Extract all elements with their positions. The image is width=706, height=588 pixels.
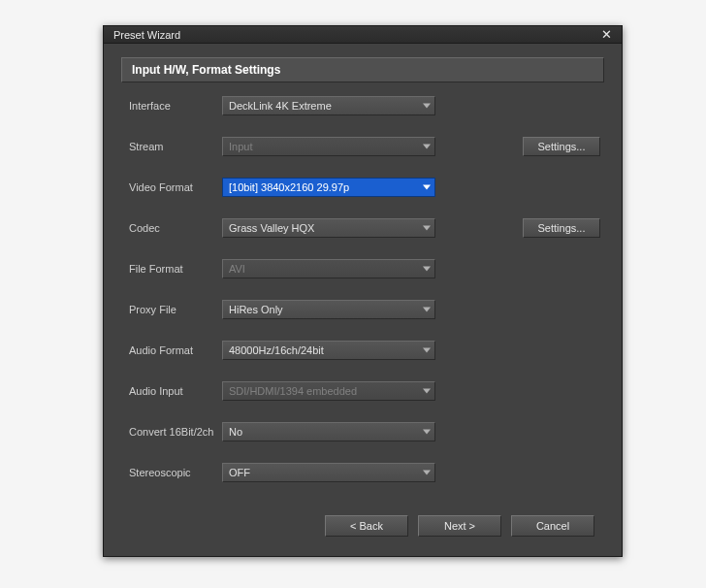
- label-convert: Convert 16Bit/2ch: [125, 426, 222, 438]
- back-button[interactable]: < Back: [325, 515, 408, 537]
- select-codec[interactable]: Grass Valley HQX: [222, 218, 435, 238]
- chevron-down-icon: [423, 267, 431, 272]
- chevron-down-icon: [423, 185, 431, 190]
- preset-wizard-dialog: Preset Wizard ✕ Input H/W, Format Settin…: [103, 25, 623, 557]
- select-interface-value: DeckLink 4K Extreme: [229, 100, 332, 112]
- select-video-format-value: [10bit] 3840x2160 29.97p: [229, 181, 349, 193]
- select-file-format-value: AVI: [229, 263, 245, 275]
- next-button[interactable]: Next >: [418, 515, 501, 537]
- select-audio-format[interactable]: 48000Hz/16ch/24bit: [222, 341, 435, 360]
- label-file-format: File Format: [125, 263, 222, 275]
- label-video-format: Video Format: [125, 181, 222, 193]
- chevron-down-icon: [423, 308, 431, 312]
- label-audio-format: Audio Format: [125, 344, 222, 356]
- label-interface: Interface: [125, 100, 222, 112]
- chevron-down-icon: [423, 226, 431, 231]
- select-file-format: AVI: [222, 259, 435, 278]
- label-codec: Codec: [125, 222, 222, 234]
- stream-settings-button[interactable]: Settings...: [523, 137, 600, 156]
- dialog-body: Input H/W, Format Settings Interface Dec…: [104, 44, 622, 556]
- row-audio-input: Audio Input SDI/HDMI/1394 embedded: [125, 381, 600, 401]
- row-proxy-file: Proxy File HiRes Only: [125, 300, 600, 319]
- label-stereoscopic: Stereoscopic: [125, 467, 222, 478]
- select-convert[interactable]: No: [222, 422, 435, 441]
- row-stereoscopic: Stereoscopic OFF: [125, 463, 600, 482]
- row-convert: Convert 16Bit/2ch No: [125, 422, 600, 441]
- select-stream-value: Input: [229, 141, 252, 152]
- select-audio-input-value: SDI/HDMI/1394 embedded: [229, 385, 357, 397]
- row-interface: Interface DeckLink 4K Extreme: [125, 96, 600, 115]
- row-file-format: File Format AVI: [125, 259, 600, 278]
- chevron-down-icon: [423, 430, 431, 435]
- footer: < Back Next > Cancel: [121, 507, 604, 546]
- titlebar: Preset Wizard ✕: [104, 26, 622, 44]
- row-stream: Stream Input Settings...: [125, 137, 600, 156]
- chevron-down-icon: [423, 145, 431, 149]
- codec-settings-button[interactable]: Settings...: [523, 218, 600, 238]
- chevron-down-icon: [423, 389, 431, 394]
- select-stereoscopic[interactable]: OFF: [222, 463, 435, 482]
- chevron-down-icon: [423, 471, 431, 475]
- label-audio-input: Audio Input: [125, 385, 222, 397]
- select-audio-input: SDI/HDMI/1394 embedded: [222, 381, 435, 401]
- chevron-down-icon: [423, 348, 431, 353]
- dialog-title: Preset Wizard: [113, 29, 597, 41]
- select-convert-value: No: [229, 426, 242, 438]
- select-stereoscopic-value: OFF: [229, 467, 250, 478]
- select-audio-format-value: 48000Hz/16ch/24bit: [229, 344, 324, 356]
- select-interface[interactable]: DeckLink 4K Extreme: [222, 96, 435, 115]
- select-proxy-file[interactable]: HiRes Only: [222, 300, 435, 319]
- select-proxy-file-value: HiRes Only: [229, 304, 283, 315]
- close-icon[interactable]: ✕: [597, 27, 616, 42]
- chevron-down-icon: [423, 104, 431, 109]
- select-codec-value: Grass Valley HQX: [229, 222, 314, 234]
- select-stream: Input: [222, 137, 435, 156]
- cancel-button[interactable]: Cancel: [511, 515, 594, 537]
- section-header: Input H/W, Format Settings: [121, 57, 604, 82]
- row-video-format: Video Format [10bit] 3840x2160 29.97p: [125, 178, 600, 197]
- select-video-format[interactable]: [10bit] 3840x2160 29.97p: [222, 178, 435, 197]
- label-proxy-file: Proxy File: [125, 304, 222, 315]
- form-area: Interface DeckLink 4K Extreme Stream Inp…: [121, 92, 604, 507]
- row-codec: Codec Grass Valley HQX Settings...: [125, 218, 600, 238]
- label-stream: Stream: [125, 141, 222, 152]
- row-audio-format: Audio Format 48000Hz/16ch/24bit: [125, 341, 600, 360]
